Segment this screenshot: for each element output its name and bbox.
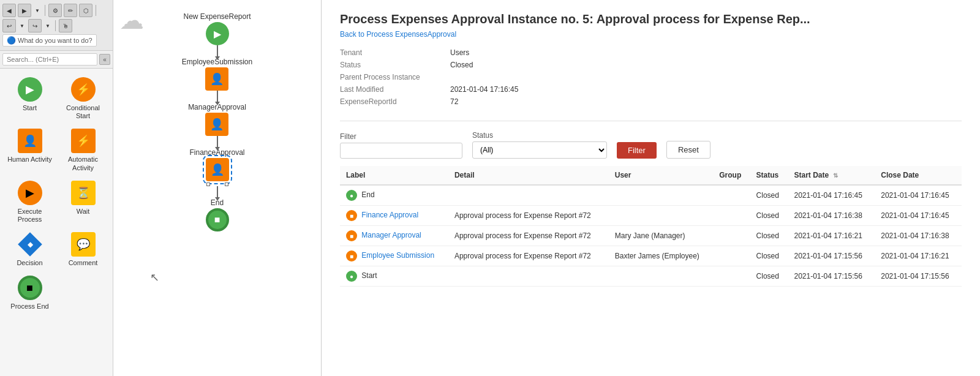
- conditional-start-icon: ⚡: [71, 77, 96, 102]
- whatdo-button[interactable]: 🔵 What do you want to do?: [2, 34, 97, 47]
- table-body: ● End Closed 2021-01-04 17:16:45 2021-01…: [340, 185, 962, 287]
- left-panel: ◀ ▶ ▼ ⚙ ✏ ⬡ ↩ ▼ ↪ ▼ 🖱 🔵 What do you want…: [0, 0, 113, 376]
- flow-label-new-expense-report: New ExpenseReport: [183, 12, 251, 21]
- forward-button[interactable]: ▶: [18, 4, 31, 17]
- filter-button[interactable]: Filter: [617, 142, 657, 159]
- redo-dropdown[interactable]: ▼: [43, 19, 52, 32]
- flow-arrow-1: [217, 45, 218, 58]
- table-header-row: Label Detail User Group Status Start Dat…: [340, 166, 962, 185]
- table-header: Label Detail User Group Status Start Dat…: [340, 166, 962, 185]
- brush-button[interactable]: ✏: [64, 4, 77, 17]
- page-title: Process Expenses Approval Instance no. 5…: [340, 12, 962, 26]
- meta-row-last-modified: Last Modified 2021-01-04 17:16:45: [340, 85, 962, 94]
- section-divider: [340, 121, 962, 121]
- back-button[interactable]: ◀: [2, 4, 16, 17]
- finance-approval-icon: 👤: [206, 158, 229, 181]
- label-employee[interactable]: Employee Submission: [361, 251, 434, 260]
- meta-row-status: Status Closed: [340, 61, 962, 69]
- cell-label-employee: ■ Employee Submission: [340, 246, 448, 266]
- cell-start-date-employee: 2021-01-04 17:15:56: [788, 246, 875, 266]
- palette-item-execute-process[interactable]: ▶ Execute Process: [5, 178, 55, 226]
- palette-item-comment[interactable]: 💬 Comment: [58, 230, 108, 269]
- cell-status-employee: Closed: [750, 246, 788, 266]
- meta-val-tenant: Users: [450, 48, 469, 57]
- cursor-indicator: ↖: [150, 271, 159, 284]
- settings-button[interactable]: ⚙: [48, 4, 62, 17]
- cloud-decoration: ☁: [119, 6, 144, 34]
- search-input[interactable]: [2, 53, 97, 66]
- meta-row-tenant: Tenant Users: [340, 48, 962, 57]
- table-row: ■ Manager Approval Approval process for …: [340, 226, 962, 246]
- cell-group-start: [713, 266, 750, 287]
- wait-icon: ⏳: [71, 181, 96, 205]
- row-icon-green-end: ●: [346, 190, 357, 201]
- flow-node-manager-approval[interactable]: ManagerApproval 👤: [188, 103, 246, 136]
- palette-item-wait[interactable]: ⏳ Wait: [58, 178, 108, 226]
- decision-icon: ◆: [18, 232, 42, 257]
- col-header-user: User: [609, 166, 713, 185]
- reset-button[interactable]: Reset: [666, 141, 710, 159]
- palette-item-conditional-start[interactable]: ⚡ Conditional Start: [58, 75, 108, 122]
- status-select[interactable]: (All) Open Closed Pending: [472, 141, 607, 159]
- cell-detail-manager: Approval process for Expense Report #72: [448, 226, 609, 246]
- cell-user-finance: [609, 206, 713, 226]
- back-link[interactable]: Back to Process ExpensesApproval: [340, 30, 962, 39]
- meta-key-status: Status: [340, 61, 450, 69]
- search-bar: «: [0, 51, 113, 69]
- canvas-panel[interactable]: ☁ New ExpenseReport ▶ EmployeeSubmission…: [113, 0, 322, 376]
- pointer-button[interactable]: 🖱: [59, 19, 72, 32]
- meta-key-expense-report-id: ExpenseReportId: [340, 97, 450, 106]
- palette-item-start[interactable]: ▶ Start: [5, 75, 55, 122]
- palette-label-decision: Decision: [17, 259, 42, 267]
- palette: ▶ Start ⚡ Conditional Start 👤 Human Acti…: [0, 69, 113, 320]
- cell-start-date-finance: 2021-01-04 17:16:38: [788, 206, 875, 226]
- meta-table: Tenant Users Status Closed Parent Proces…: [340, 48, 962, 106]
- table-row: ● Start Closed 2021-01-04 17:15:56 2021-…: [340, 266, 962, 287]
- col-header-start-date[interactable]: Start Date ⇅: [788, 166, 875, 185]
- flow-node-new-expense-report[interactable]: New ExpenseReport ▶: [183, 12, 251, 45]
- palette-item-process-end[interactable]: ■ Process End: [5, 273, 55, 313]
- label-start: Start: [361, 271, 377, 280]
- filter-section: Filter Status (All) Open Closed Pending …: [340, 131, 962, 159]
- flow-arrow-4: [217, 186, 218, 198]
- data-table: Label Detail User Group Status Start Dat…: [340, 166, 962, 287]
- flow-node-finance-approval[interactable]: FinanceApproval 👤: [189, 148, 244, 186]
- undo-dropdown[interactable]: ▼: [18, 19, 26, 32]
- separator-1: [45, 5, 45, 16]
- cell-close-date-finance: 2021-01-04 17:16:45: [875, 206, 962, 226]
- handle-right: [225, 182, 228, 186]
- label-finance[interactable]: Finance Approval: [361, 211, 418, 219]
- cell-group-employee: [713, 246, 750, 266]
- collapse-button[interactable]: «: [99, 54, 110, 65]
- handle-left: [206, 182, 210, 186]
- label-manager[interactable]: Manager Approval: [361, 231, 421, 239]
- label-end: End: [361, 190, 374, 199]
- col-header-detail: Detail: [448, 166, 609, 185]
- table-row: ● End Closed 2021-01-04 17:16:45 2021-01…: [340, 185, 962, 206]
- palette-item-human-activity[interactable]: 👤 Human Activity: [5, 126, 55, 174]
- manager-approval-icon: 👤: [205, 113, 228, 136]
- flow-node-employee-submission[interactable]: EmployeeSubmission 👤: [182, 58, 252, 91]
- flow-node-end[interactable]: End ■: [206, 198, 229, 231]
- filter-input[interactable]: [340, 143, 462, 159]
- meta-row-expense-report-id: ExpenseReportId 72: [340, 97, 962, 106]
- separator-3: [55, 20, 56, 31]
- cell-close-date-employee: 2021-01-04 17:16:21: [875, 246, 962, 266]
- palette-item-automatic-activity[interactable]: ⚡ Automatic Activity: [58, 126, 108, 174]
- cell-group-finance: [713, 206, 750, 226]
- undo-button[interactable]: ↩: [2, 19, 16, 32]
- palette-item-decision[interactable]: ◆ Decision: [5, 230, 55, 269]
- flow-arrow-2: [217, 91, 218, 103]
- human-activity-icon: 👤: [18, 129, 42, 153]
- cell-detail-employee: Approval process for Expense Report #72: [448, 246, 609, 266]
- dropdown-button[interactable]: ▼: [33, 4, 42, 17]
- meta-key-tenant: Tenant: [340, 48, 450, 57]
- status-label: Status: [472, 131, 607, 140]
- redo-button[interactable]: ↪: [28, 19, 42, 32]
- cell-detail-end: [448, 185, 609, 206]
- cell-user-manager: Mary Jane (Manager): [609, 226, 713, 246]
- palette-label-comment: Comment: [69, 259, 98, 267]
- layers-button[interactable]: ⬡: [79, 4, 92, 17]
- start-node-icon: ▶: [206, 22, 229, 45]
- cell-status-manager: Closed: [750, 226, 788, 246]
